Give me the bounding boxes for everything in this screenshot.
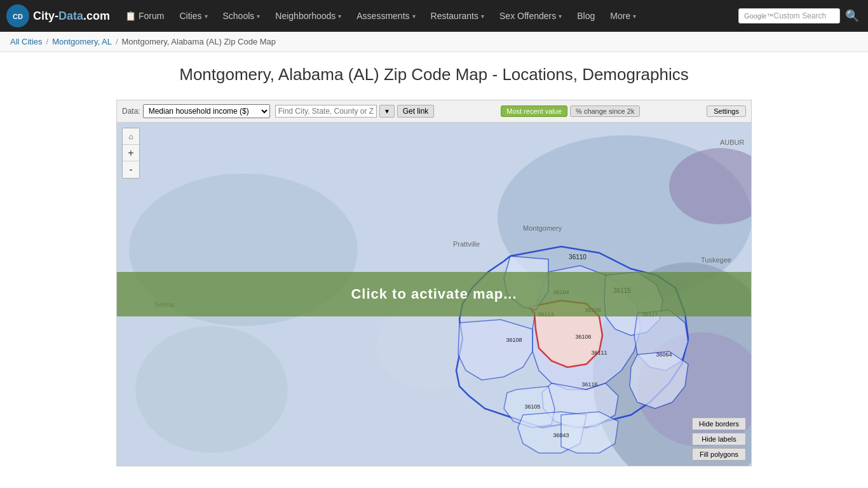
- hide-labels-button[interactable]: Hide labels: [692, 433, 746, 445]
- svg-text:36064: 36064: [656, 351, 672, 358]
- map-activate-overlay[interactable]: Click to activate map...: [117, 272, 751, 316]
- map-data-select: Data: Median household income ($): [122, 104, 270, 118]
- breadcrumb-sep-1: /: [46, 37, 49, 46]
- map-top-bar: Data: Median household income ($) ▾ Get …: [117, 100, 751, 123]
- svg-marker-21: [561, 412, 618, 453]
- breadcrumb-current: Montgomery, Alabama (AL) Zip Code Map: [122, 37, 276, 46]
- svg-text:AUBUR: AUBUR: [720, 139, 745, 146]
- location-input[interactable]: [275, 105, 377, 118]
- assessments-caret-icon: ▾: [412, 13, 416, 20]
- svg-text:Montgomery: Montgomery: [523, 224, 562, 232]
- map-bottom-buttons: Hide borders Hide labels Fill polygons: [692, 417, 746, 461]
- search-wrap: Google™ Custom Search 🔍: [738, 8, 862, 24]
- svg-text:36106: 36106: [575, 334, 591, 340]
- data-dropdown[interactable]: Median household income ($): [143, 104, 270, 118]
- nav-cities[interactable]: Cities ▾: [173, 0, 214, 32]
- hide-borders-button[interactable]: Hide borders: [692, 417, 746, 430]
- map-visual[interactable]: 36110 36115 36104 36109 36117 36113 3610…: [117, 123, 751, 466]
- breadcrumb-city[interactable]: Montgomery, AL: [52, 37, 112, 46]
- schools-caret-icon: ▾: [257, 13, 260, 20]
- breadcrumb-all-cities[interactable]: All Cities: [10, 37, 43, 46]
- nav-assessments[interactable]: Assessments ▾: [350, 0, 421, 32]
- svg-text:Prattville: Prattville: [453, 240, 480, 248]
- dropdown-arrow-btn[interactable]: ▾: [379, 105, 395, 118]
- svg-text:36116: 36116: [581, 381, 597, 388]
- forum-icon: 📋: [125, 11, 136, 21]
- svg-text:36111: 36111: [591, 349, 607, 356]
- fill-polygons-button[interactable]: Fill polygons: [692, 448, 746, 461]
- settings-button[interactable]: Settings: [707, 105, 746, 117]
- restaurants-caret-icon: ▾: [481, 13, 484, 20]
- navbar: CD City-Data.com 📋 Forum Cities ▾ School…: [0, 0, 868, 32]
- cities-caret-icon: ▾: [205, 13, 208, 20]
- svg-text:36105: 36105: [524, 403, 540, 410]
- nav-forum[interactable]: 📋 Forum: [119, 0, 170, 32]
- data-label: Data:: [122, 107, 140, 116]
- logo-text: City-Data.com: [33, 10, 110, 23]
- search-button[interactable]: 🔍: [843, 9, 862, 23]
- nav-sex-offenders[interactable]: Sex Offenders ▾: [493, 0, 568, 32]
- map-location-row: ▾ Get link: [275, 105, 435, 118]
- nav-restaurants[interactable]: Restaurants ▾: [424, 0, 491, 32]
- svg-point-6: [135, 326, 288, 453]
- svg-text:36110: 36110: [569, 254, 587, 261]
- map-zoom-controls: ⌂ + -: [122, 128, 140, 179]
- more-caret-icon: ▾: [633, 13, 636, 20]
- most-recent-btn[interactable]: Most recent value: [501, 105, 567, 117]
- page-title: Montgomery, Alabama (AL) Zip Code Map - …: [19, 65, 849, 85]
- svg-text:CD: CD: [13, 13, 23, 20]
- main-content: Montgomery, Alabama (AL) Zip Code Map - …: [0, 52, 868, 479]
- change-since-btn[interactable]: % change since 2k: [570, 105, 640, 117]
- google-label: Google™: [744, 12, 773, 20]
- nav-more[interactable]: More ▾: [604, 0, 642, 32]
- logo[interactable]: CD City-Data.com: [6, 4, 110, 27]
- neighborhoods-caret-icon: ▾: [338, 13, 341, 20]
- svg-text:Tuskegee: Tuskegee: [701, 256, 731, 264]
- nav-blog[interactable]: Blog: [571, 0, 601, 32]
- nav-neighborhoods[interactable]: Neighborhoods ▾: [269, 0, 348, 32]
- search-box: Google™ Custom Search: [738, 8, 840, 24]
- zoom-out-button[interactable]: -: [123, 161, 139, 178]
- breadcrumb-sep-2: /: [116, 37, 118, 46]
- logo-icon: CD: [6, 4, 29, 27]
- get-link-button[interactable]: Get link: [397, 105, 435, 118]
- breadcrumb: All Cities / Montgomery, AL / Montgomery…: [0, 32, 868, 52]
- zoom-in-button[interactable]: +: [123, 145, 139, 161]
- map-container: Data: Median household income ($) ▾ Get …: [116, 100, 752, 466]
- sex-offenders-caret-icon: ▾: [559, 13, 562, 20]
- svg-text:36043: 36043: [553, 432, 569, 438]
- map-toggle-buttons: Most recent value % change since 2k: [501, 105, 640, 117]
- zoom-home-button[interactable]: ⌂: [123, 128, 139, 145]
- svg-text:36108: 36108: [506, 337, 522, 343]
- nav-schools[interactable]: Schools ▾: [217, 0, 267, 32]
